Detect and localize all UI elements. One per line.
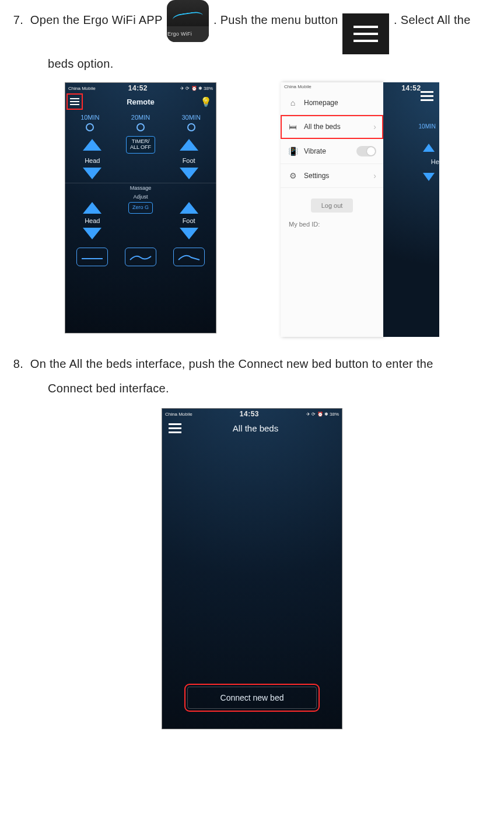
my-bed-id-label: My bed ID: <box>281 217 383 231</box>
timer-30min[interactable]: 30MIN <box>181 114 200 131</box>
step-8-text: 8. On the All the beds interface, push t… <box>6 349 498 403</box>
adjust-head-up[interactable] <box>83 202 102 214</box>
status-bar: China Mobile 14:53 ✈ ⟳ ⏰ ✱ 38% <box>162 408 342 420</box>
chevron-right-icon: › <box>373 171 376 180</box>
light-icon[interactable]: 💡 <box>200 96 212 107</box>
ergo-wifi-app-icon: ergomotion Ergo WiFi <box>167 0 209 42</box>
massage-head-up[interactable] <box>83 139 102 151</box>
adjust-head-down[interactable] <box>83 228 102 239</box>
screenshot-all-the-beds: China Mobile 14:53 ✈ ⟳ ⏰ ✱ 38% All the b… <box>162 408 342 729</box>
zero-g-button[interactable]: Zero G <box>128 202 153 214</box>
massage-head-down[interactable] <box>83 168 102 179</box>
menu-vibrate[interactable]: 📳 Vibrate <box>281 139 383 164</box>
home-icon: ⌂ <box>288 98 298 107</box>
menu-button[interactable] <box>68 95 81 108</box>
step-7-text: 7. Open the Ergo WiFi APP ergomotion Erg… <box>6 0 498 79</box>
menu-homepage[interactable]: ⌂ Homepage <box>281 91 383 115</box>
menu-button[interactable] <box>169 427 181 429</box>
page-title: Remote <box>127 98 155 106</box>
vibrate-icon: 📳 <box>288 147 298 156</box>
preset-incline[interactable] <box>173 248 205 266</box>
bed-icon: 🛏 <box>288 122 298 131</box>
page-title: All the beds <box>176 423 335 433</box>
logout-button[interactable]: Log out <box>311 199 354 213</box>
screenshot-menu: China Mobile ⌂ Homepage 🛏 All the beds ›… <box>281 82 439 337</box>
massage-foot-down[interactable] <box>180 168 198 179</box>
adjust-foot-down[interactable] <box>180 228 198 239</box>
adjust-foot-up[interactable] <box>180 202 198 214</box>
hamburger-menu-icon <box>342 13 389 54</box>
gear-icon: ⚙ <box>288 171 298 180</box>
screenshot-remote: China Mobile 14:52 ✈ ⟳ ⏰ ✱ 38% Remote 💡 … <box>65 82 216 333</box>
menu-all-the-beds[interactable]: 🛏 All the beds › <box>281 115 383 139</box>
preset-flat[interactable] <box>76 248 108 266</box>
chevron-right-icon: › <box>373 122 376 131</box>
menu-button[interactable] <box>421 95 433 97</box>
menu-settings[interactable]: ⚙ Settings › <box>281 164 383 188</box>
vibrate-toggle[interactable] <box>356 146 376 156</box>
timer-10min[interactable]: 10MIN <box>80 114 99 131</box>
massage-foot-up[interactable] <box>180 139 198 151</box>
connect-new-bed-button[interactable]: Connect new bed <box>187 687 317 709</box>
status-bar: China Mobile 14:52 ✈ ⟳ ⏰ ✱ 38% <box>65 82 216 94</box>
timer-all-off-button[interactable]: TIMER/ ALL OFF <box>126 136 155 154</box>
timer-20min[interactable]: 20MIN <box>131 114 150 131</box>
preset-wave[interactable] <box>125 248 156 266</box>
